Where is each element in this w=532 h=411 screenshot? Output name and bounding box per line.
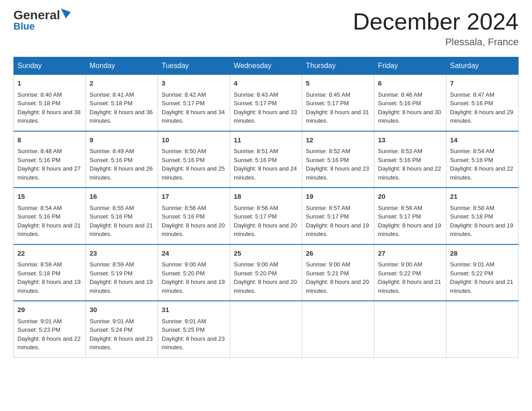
sunset-label: Sunset: 5:16 PM	[306, 157, 349, 163]
col-tuesday: Tuesday	[158, 57, 230, 75]
table-row: 14 Sunrise: 8:54 AM Sunset: 5:16 PM Dayl…	[446, 131, 519, 188]
day-number: 30	[90, 305, 154, 315]
day-number: 28	[450, 248, 515, 259]
logo-text-blue: Blue	[13, 21, 35, 32]
day-number: 7	[450, 78, 515, 89]
table-row: 6 Sunrise: 8:46 AM Sunset: 5:16 PM Dayli…	[374, 75, 446, 131]
daylight-label: Daylight: 8 hours and 33 minutes.	[234, 109, 297, 124]
day-number: 16	[90, 192, 154, 202]
calendar-table: Sunday Monday Tuesday Wednesday Thursday…	[13, 57, 519, 358]
col-wednesday: Wednesday	[230, 57, 302, 75]
table-row: 25 Sunrise: 9:00 AM Sunset: 5:20 PM Dayl…	[230, 244, 302, 301]
day-number: 2	[90, 78, 154, 89]
sunrise-label: Sunrise: 9:00 AM	[234, 261, 278, 268]
page-header: General Blue December 2024 Plessala, Fra…	[13, 9, 519, 48]
sunset-label: Sunset: 5:18 PM	[17, 100, 60, 107]
location: Plessala, France	[353, 36, 519, 48]
table-row: 5 Sunrise: 8:45 AM Sunset: 5:17 PM Dayli…	[302, 75, 374, 131]
daylight-label: Daylight: 8 hours and 19 minutes.	[306, 222, 369, 238]
day-number: 8	[17, 135, 82, 146]
table-row: 20 Sunrise: 8:58 AM Sunset: 5:17 PM Dayl…	[374, 188, 446, 244]
sunset-label: Sunset: 5:20 PM	[162, 270, 205, 277]
sunset-label: Sunset: 5:17 PM	[162, 100, 205, 107]
day-number: 20	[378, 192, 442, 202]
daylight-label: Daylight: 8 hours and 25 minutes.	[162, 165, 225, 181]
daylight-label: Daylight: 8 hours and 21 minutes.	[378, 278, 441, 294]
table-row: 27 Sunrise: 9:00 AM Sunset: 5:22 PM Dayl…	[374, 244, 446, 301]
daylight-label: Daylight: 8 hours and 21 minutes.	[450, 278, 513, 294]
day-number: 11	[234, 135, 298, 146]
sunset-label: Sunset: 5:24 PM	[90, 326, 133, 333]
daylight-label: Daylight: 8 hours and 21 minutes.	[90, 222, 153, 238]
sunrise-label: Sunrise: 9:01 AM	[17, 318, 62, 325]
table-row	[374, 301, 446, 357]
sunrise-label: Sunrise: 8:41 AM	[90, 91, 134, 98]
sunset-label: Sunset: 5:16 PM	[450, 157, 493, 163]
sunset-label: Sunset: 5:16 PM	[378, 157, 421, 163]
sunrise-label: Sunrise: 8:49 AM	[90, 148, 134, 154]
day-number: 12	[306, 135, 370, 146]
logo-text-general: General	[13, 9, 60, 21]
table-row: 28 Sunrise: 9:01 AM Sunset: 5:22 PM Dayl…	[446, 244, 519, 301]
day-number: 18	[234, 192, 298, 202]
day-number: 23	[90, 248, 154, 259]
sunrise-label: Sunrise: 8:56 AM	[234, 205, 278, 211]
table-row	[302, 301, 374, 357]
title-section: December 2024 Plessala, France	[353, 9, 519, 48]
sunset-label: Sunset: 5:18 PM	[90, 100, 133, 107]
table-row: 22 Sunrise: 8:59 AM Sunset: 5:18 PM Dayl…	[14, 244, 86, 301]
table-row: 18 Sunrise: 8:56 AM Sunset: 5:17 PM Dayl…	[230, 188, 302, 244]
sunrise-label: Sunrise: 9:01 AM	[450, 261, 494, 268]
day-number: 3	[162, 78, 226, 89]
calendar-week-row: 8 Sunrise: 8:48 AM Sunset: 5:16 PM Dayli…	[14, 131, 519, 188]
sunset-label: Sunset: 5:17 PM	[234, 100, 277, 107]
daylight-label: Daylight: 8 hours and 22 minutes.	[450, 165, 513, 181]
col-friday: Friday	[374, 57, 446, 75]
sunset-label: Sunset: 5:19 PM	[90, 270, 133, 277]
table-row: 7 Sunrise: 8:47 AM Sunset: 5:16 PM Dayli…	[446, 75, 519, 131]
table-row: 2 Sunrise: 8:41 AM Sunset: 5:18 PM Dayli…	[86, 75, 158, 131]
daylight-label: Daylight: 8 hours and 24 minutes.	[234, 165, 297, 181]
daylight-label: Daylight: 8 hours and 31 minutes.	[306, 109, 369, 124]
day-number: 9	[90, 135, 154, 146]
daylight-label: Daylight: 8 hours and 20 minutes.	[306, 278, 369, 294]
sunrise-label: Sunrise: 8:52 AM	[306, 148, 350, 154]
daylight-label: Daylight: 8 hours and 23 minutes.	[90, 335, 153, 351]
daylight-label: Daylight: 8 hours and 19 minutes.	[17, 278, 81, 294]
daylight-label: Daylight: 8 hours and 19 minutes.	[90, 278, 153, 294]
sunset-label: Sunset: 5:18 PM	[17, 270, 60, 277]
col-saturday: Saturday	[446, 57, 519, 75]
sunset-label: Sunset: 5:21 PM	[306, 270, 349, 277]
day-number: 13	[378, 135, 442, 146]
sunset-label: Sunset: 5:20 PM	[234, 270, 277, 277]
daylight-label: Daylight: 8 hours and 22 minutes.	[378, 165, 441, 181]
sunrise-label: Sunrise: 8:54 AM	[450, 148, 494, 154]
day-number: 19	[306, 192, 370, 202]
day-number: 22	[17, 248, 82, 259]
table-row: 29 Sunrise: 9:01 AM Sunset: 5:23 PM Dayl…	[14, 301, 86, 357]
calendar-week-row: 15 Sunrise: 8:54 AM Sunset: 5:16 PM Dayl…	[14, 188, 519, 244]
calendar-week-row: 22 Sunrise: 8:59 AM Sunset: 5:18 PM Dayl…	[14, 244, 519, 301]
table-row: 1 Sunrise: 8:40 AM Sunset: 5:18 PM Dayli…	[14, 75, 86, 131]
table-row: 12 Sunrise: 8:52 AM Sunset: 5:16 PM Dayl…	[302, 131, 374, 188]
table-row: 19 Sunrise: 8:57 AM Sunset: 5:17 PM Dayl…	[302, 188, 374, 244]
daylight-label: Daylight: 8 hours and 34 minutes.	[162, 109, 225, 124]
sunset-label: Sunset: 5:16 PM	[17, 157, 60, 163]
sunrise-label: Sunrise: 9:00 AM	[162, 261, 206, 268]
table-row: 17 Sunrise: 8:56 AM Sunset: 5:16 PM Dayl…	[158, 188, 230, 244]
table-row: 21 Sunrise: 8:58 AM Sunset: 5:18 PM Dayl…	[446, 188, 519, 244]
sunrise-label: Sunrise: 9:00 AM	[378, 261, 422, 268]
sunrise-label: Sunrise: 8:57 AM	[306, 205, 350, 211]
table-row	[230, 301, 302, 357]
sunset-label: Sunset: 5:17 PM	[306, 100, 349, 107]
table-row	[446, 301, 519, 357]
col-monday: Monday	[86, 57, 158, 75]
day-number: 15	[17, 192, 82, 202]
day-number: 29	[17, 305, 82, 315]
sunset-label: Sunset: 5:16 PM	[162, 157, 205, 163]
sunrise-label: Sunrise: 8:50 AM	[162, 148, 206, 154]
sunset-label: Sunset: 5:18 PM	[450, 213, 493, 220]
day-number: 5	[306, 78, 370, 89]
calendar-week-row: 1 Sunrise: 8:40 AM Sunset: 5:18 PM Dayli…	[14, 75, 519, 131]
sunset-label: Sunset: 5:16 PM	[234, 157, 277, 163]
